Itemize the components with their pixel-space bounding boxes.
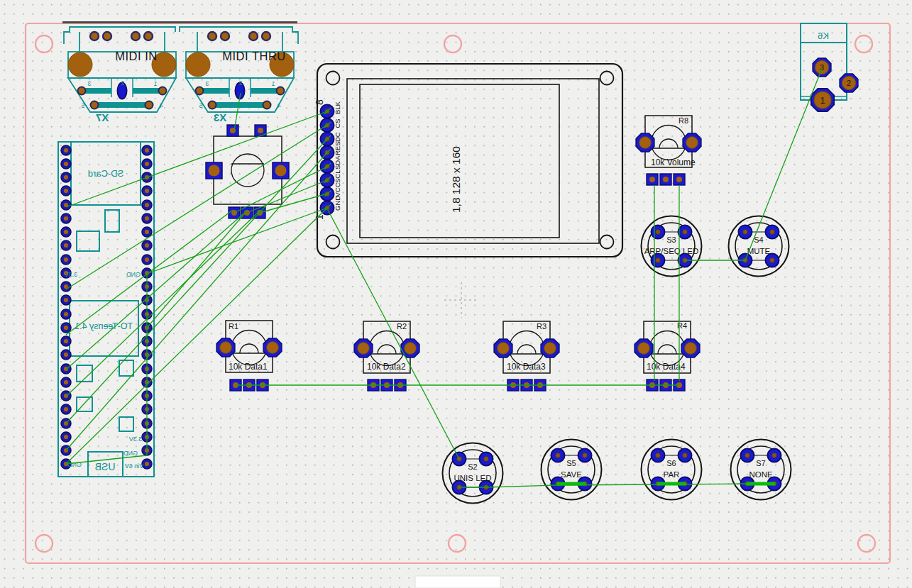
button-label: PAR <box>664 470 680 479</box>
button-ref: S4 <box>754 235 763 244</box>
pin-number: 5 <box>199 102 202 109</box>
midi-thru-ref: X3 <box>214 111 226 123</box>
pin-label: SCL <box>334 170 341 183</box>
pot-pin-pads[interactable] <box>647 174 685 185</box>
pin-number: 1 <box>153 80 157 87</box>
pot-value: 10k Data2 <box>367 362 406 372</box>
midi-in-ref: X7 <box>96 111 109 123</box>
pin-number: 2 <box>121 79 124 87</box>
button-ref: S7 <box>756 459 765 467</box>
button-label: UNIS LED <box>454 474 491 482</box>
display-size-label: 1,8 128 x 160 <box>450 146 462 213</box>
teensy-name-label: TO-Teensy 4.1 <box>75 321 133 331</box>
pot-ref: R4 <box>677 321 687 330</box>
pin-label: CS <box>334 118 341 128</box>
button-label: SAVE <box>561 470 582 479</box>
pcb-canvas[interactable]: MIDI IN X7 3 2 1 5 4 MIDI THRU X3 3 2 1 <box>0 0 912 588</box>
pin-number: 1 <box>271 80 275 87</box>
canvas-blank-overlay <box>415 576 500 588</box>
midi-in-label: MIDI IN <box>115 50 157 62</box>
pin8-number: 8 <box>314 99 325 105</box>
usb-label: USB <box>95 461 116 472</box>
pot-ref: R2 <box>397 322 407 331</box>
pin-number: 3 <box>205 80 209 87</box>
pot-ref: R8 <box>678 116 688 125</box>
pin-label: VCC <box>334 182 341 196</box>
pin-label: SDA <box>334 155 341 170</box>
button-ref: S3 <box>666 235 676 244</box>
button-label: NONE <box>749 470 773 479</box>
v33-label: 3.3V <box>65 271 78 278</box>
k6-pin-number: 1 <box>820 95 825 106</box>
pin-number: 5 <box>81 102 84 109</box>
button-label: ARP/SEQ LED <box>644 247 699 255</box>
pin-number: 3 <box>87 80 91 87</box>
pot-value: 10k Data4 <box>647 362 686 372</box>
k6-ref: K6 <box>818 30 829 41</box>
button-label: MUTE <box>747 247 771 255</box>
pot-value: 10k Data1 <box>229 362 268 372</box>
k6-pin-number: 2 <box>847 79 851 87</box>
vin-label: Vin 6V <box>125 462 143 470</box>
gnd-label: GND <box>126 271 141 278</box>
pin-label: RES <box>334 141 341 155</box>
pin-number: 2 <box>238 79 242 87</box>
pin-number: 4 <box>277 102 280 109</box>
button-ref: S5 <box>566 459 576 467</box>
gnd-label: GND <box>123 450 138 457</box>
pin-number: 4 <box>159 102 163 109</box>
pin-label: DC <box>334 132 341 142</box>
pcb-editor-stage: MIDI IN X7 3 2 1 5 4 MIDI THRU X3 3 2 1 <box>0 0 912 588</box>
pot-ref: R3 <box>537 322 546 331</box>
v33-label: 3.3V <box>129 436 143 443</box>
pin-label: GND <box>334 196 341 211</box>
pot-ref: R1 <box>229 322 238 331</box>
button-ref: S6 <box>666 459 676 467</box>
pin-label: BLK <box>334 101 341 114</box>
button-ref: S2 <box>468 462 477 471</box>
midi-thru-label: MIDI THRU <box>222 50 285 62</box>
pot-value: 10k Volume <box>651 157 696 167</box>
sd-card-label: SD-Card <box>88 168 124 179</box>
pot-value: 10k Data3 <box>507 362 546 372</box>
k6-pin-number: 3 <box>820 63 824 72</box>
